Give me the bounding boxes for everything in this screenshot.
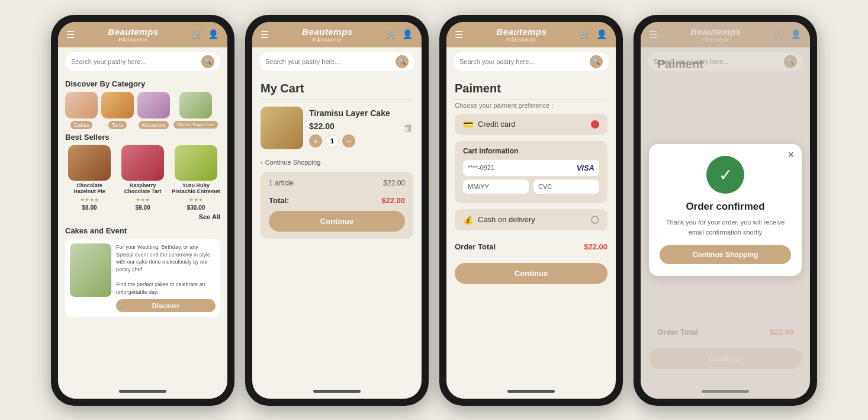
cart-info-box: Cart information ****-0921 VISA MM/YY CV… — [455, 141, 607, 203]
brand-sub-pay: Pâtisserie — [496, 37, 546, 43]
see-all-row: See All — [58, 211, 227, 223]
cakes-event-desc: For your Wedding, Birthday, or any Speci… — [116, 243, 216, 296]
credit-card-left: 💳 Credit card — [463, 120, 516, 129]
header-icons: 🛒 👤 — [192, 29, 219, 40]
cakes-event-section: For your Wedding, Birthday, or any Speci… — [58, 239, 227, 317]
card-exp-field[interactable]: MM/YY — [463, 179, 529, 194]
header-payment: ☰ Beautemps Pâtisserie 🛒 👤 — [446, 22, 616, 47]
search-input[interactable] — [71, 58, 198, 65]
cart-continue-button[interactable]: Continue — [269, 211, 405, 232]
article-row: 1 article $22.00 — [269, 179, 405, 187]
tarts-image — [101, 92, 134, 118]
choc-stars: ★★★★ — [80, 197, 99, 203]
brand-name-cart: Beautemps — [302, 27, 352, 37]
card-cvc-field[interactable]: CVC — [533, 179, 599, 194]
brand: Beautemps Pâtisserie — [108, 27, 158, 43]
cakes-event-card: For your Wedding, Birthday, or any Speci… — [65, 239, 220, 317]
credit-card-label: Credit card — [478, 120, 516, 129]
cash-radio[interactable] — [591, 216, 599, 224]
cart-icon-cart[interactable]: 🛒 — [386, 29, 397, 40]
rasp-stars: ★★★ — [136, 197, 150, 203]
yuzu-stars: ★★★ — [189, 197, 203, 203]
phone-cart: ☰ Beautemps Pâtisserie 🛒 👤 🔍 My Cart Tir… — [245, 15, 429, 406]
macarons-image — [137, 92, 170, 118]
search-button-pay[interactable]: 🔍 — [590, 55, 603, 68]
modal-continue-button[interactable]: Continue Shopping — [660, 245, 791, 264]
brand-name: Beautemps — [108, 27, 158, 37]
category-glutenfree[interactable]: Gluten Sugar free — [173, 92, 218, 129]
search-button-cart[interactable]: 🔍 — [396, 55, 409, 68]
payment-bottom-bar — [507, 390, 555, 393]
search-button[interactable]: 🔍 — [201, 55, 214, 68]
screen-confirmed: ☰ Beautemps Pâtisserie 🛒 👤 🔍 Paiment — [641, 22, 810, 399]
brand-name-pay: Beautemps — [496, 27, 546, 37]
modal-overlay: ✕ ✓ Order confirmed Thank you for your o… — [641, 22, 810, 399]
tarts-label: Tarts — [108, 121, 127, 129]
phone-home: ☰ Beautemps Pâtisserie 🛒 👤 🔍 Discover By… — [51, 15, 234, 406]
cart-icon[interactable]: 🛒 — [192, 29, 203, 40]
choc-price: $8.00 — [82, 204, 97, 211]
cakes-label: Cakes — [70, 121, 93, 129]
back-link[interactable]: ‹ Continue Shopping — [252, 156, 422, 172]
screen-cart: ☰ Beautemps Pâtisserie 🛒 👤 🔍 My Cart Tir… — [252, 22, 422, 399]
product-choc[interactable]: Chocolate Hazelnut Pie ★★★★ $8.00 — [65, 145, 114, 211]
rasp-image — [121, 145, 164, 181]
brand-cart: Beautemps Pâtisserie — [302, 27, 352, 43]
qty-decrease-button[interactable]: + — [309, 134, 322, 148]
menu-icon-cart[interactable]: ☰ — [261, 29, 269, 40]
yuzu-image — [175, 145, 217, 181]
brand-sub-cart: Pâtisserie — [302, 37, 352, 43]
glutenfree-image — [179, 92, 212, 118]
qty-display: 1 — [326, 134, 339, 148]
category-cakes[interactable]: Cakes — [65, 92, 98, 129]
order-total-value: $22.00 — [584, 242, 607, 251]
payment-continue-button[interactable]: Continue — [455, 263, 607, 284]
qty-increase-button[interactable]: − — [342, 134, 355, 148]
screen-home: ☰ Beautemps Pâtisserie 🛒 👤 🔍 Discover By… — [58, 22, 227, 399]
cart-item-price: $22.00 — [309, 121, 394, 131]
cart-item: Tiramisu Layer Cake $22.00 + 1 − 🗑 — [252, 100, 422, 156]
see-all-link[interactable]: See All — [199, 213, 220, 220]
credit-card-option[interactable]: 💳 Credit card — [455, 114, 607, 135]
product-rasp[interactable]: Raspberry Chocolate Tart ★★★ $9.00 — [118, 145, 167, 211]
bestsellers-grid: Chocolate Hazelnut Pie ★★★★ $8.00 Raspbe… — [58, 145, 227, 211]
home-content: Discover By Category Cakes Tarts Macaron… — [58, 76, 227, 399]
back-chevron-icon: ‹ — [261, 159, 263, 166]
payment-content: Paiment Choose your paiment preference :… — [446, 76, 616, 399]
phone-confirmed: ☰ Beautemps Pâtisserie 🛒 👤 🔍 Paiment — [634, 15, 817, 406]
search-bar: 🔍 — [65, 52, 220, 71]
cart-icon-pay[interactable]: 🛒 — [580, 29, 591, 40]
credit-card-radio[interactable] — [591, 120, 599, 129]
cash-option[interactable]: 💰 Cash on delivery — [455, 209, 607, 230]
cart-content: My Cart Tiramisu Layer Cake $22.00 + 1 −… — [252, 76, 422, 399]
cart-summary: 1 article $22.00 Total: $22.00 Continue — [261, 172, 413, 239]
card-row-2: MM/YY CVC — [463, 179, 599, 194]
event-cake-image — [70, 243, 111, 297]
product-yuzu[interactable]: Yuzu Ruby Pistachio Entremet ★★★ $30.00 — [172, 145, 220, 211]
category-macarons[interactable]: Macarons — [137, 92, 170, 129]
total-label: Total: — [269, 196, 289, 205]
yuzu-name: Yuzu Ruby Pistachio Entremet — [172, 182, 220, 195]
card-exp-value: MM/YY — [468, 183, 489, 190]
menu-icon[interactable]: ☰ — [66, 29, 75, 40]
search-bar-pay: 🔍 — [454, 52, 609, 71]
discover-button[interactable]: Discover — [116, 299, 216, 312]
macarons-label: Macarons — [139, 121, 169, 129]
payment-title: Paiment — [446, 76, 616, 99]
payment-subtitle: Choose your paiment preference : — [446, 100, 616, 114]
card-number-value: ****-0921 — [468, 164, 494, 171]
user-icon-pay[interactable]: 👤 — [596, 29, 607, 40]
search-input-cart[interactable] — [265, 58, 392, 65]
summary-divider — [277, 191, 397, 191]
user-icon-cart[interactable]: 👤 — [402, 29, 413, 40]
card-number-field[interactable]: ****-0921 VISA — [463, 160, 599, 176]
modal-desc: Thank you for your order, you will recei… — [660, 217, 791, 237]
user-icon[interactable]: 👤 — [208, 29, 219, 40]
cart-item-image — [261, 107, 303, 149]
category-tarts[interactable]: Tarts — [101, 92, 134, 129]
search-bar-cart: 🔍 — [259, 52, 414, 71]
modal-close-button[interactable]: ✕ — [787, 150, 795, 159]
delete-icon[interactable]: 🗑 — [404, 123, 413, 133]
search-input-pay[interactable] — [459, 58, 586, 65]
menu-icon-pay[interactable]: ☰ — [455, 29, 463, 40]
